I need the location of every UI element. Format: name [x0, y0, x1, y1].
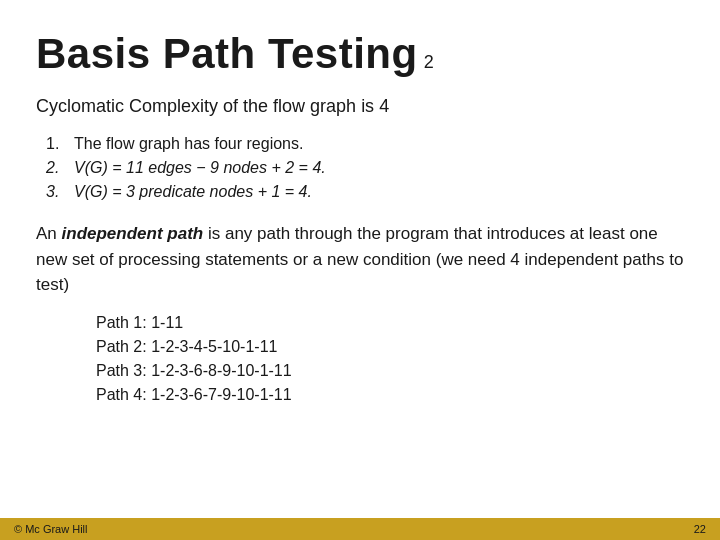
title-area: Basis Path Testing 2	[36, 30, 684, 78]
list-item-2: 2. V(G) = 11 edges − 9 nodes + 2 = 4.	[46, 159, 684, 177]
path-item-4: Path 4: 1-2-3-6-7-9-10-1-11	[96, 386, 684, 404]
list-num-3: 3.	[46, 183, 74, 201]
list-text-1: The flow graph has four regions.	[74, 135, 303, 153]
bottom-bar: © Mc Graw Hill 22	[0, 518, 720, 540]
path-item-2: Path 2: 1-2-3-4-5-10-1-11	[96, 338, 684, 356]
paths-block: Path 1: 1-11 Path 2: 1-2-3-4-5-10-1-11 P…	[36, 314, 684, 404]
list-item-1: 1. The flow graph has four regions.	[46, 135, 684, 153]
numbered-list: 1. The flow graph has four regions. 2. V…	[36, 135, 684, 201]
slide-container: Basis Path Testing 2 Cyclomatic Complexi…	[0, 0, 720, 540]
path-item-3: Path 3: 1-2-3-6-8-9-10-1-11	[96, 362, 684, 380]
path-item-1: Path 1: 1-11	[96, 314, 684, 332]
copyright-text: © Mc Graw Hill	[14, 523, 88, 535]
list-num-2: 2.	[46, 159, 74, 177]
list-text-3: V(G) = 3 predicate nodes + 1 = 4.	[74, 183, 312, 201]
main-title: Basis Path Testing	[36, 30, 418, 78]
title-superscript: 2	[424, 52, 434, 73]
list-text-2: V(G) = 11 edges − 9 nodes + 2 = 4.	[74, 159, 326, 177]
slide-number: 22	[694, 523, 706, 535]
list-num-1: 1.	[46, 135, 74, 153]
list-item-3: 3. V(G) = 3 predicate nodes + 1 = 4.	[46, 183, 684, 201]
description-block: An independent path is any path through …	[36, 221, 684, 298]
subtitle: Cyclomatic Complexity of the flow graph …	[36, 96, 684, 117]
emphasis-independent-path: independent path	[62, 224, 204, 243]
